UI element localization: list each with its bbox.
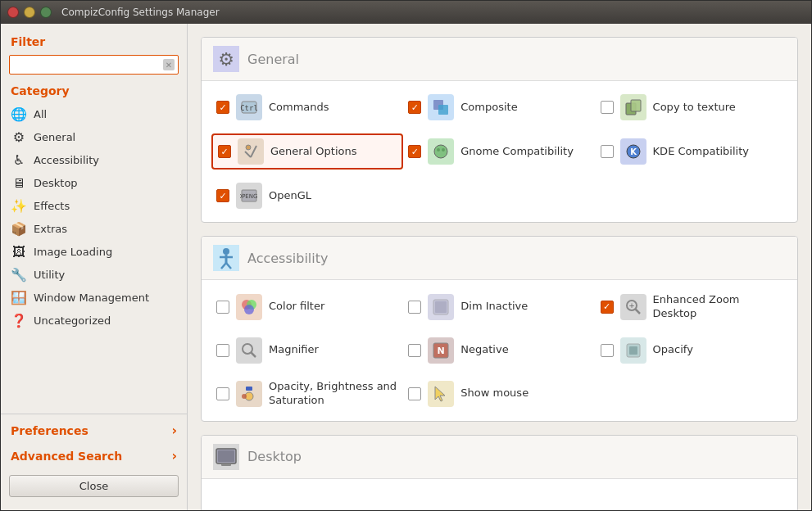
opacify-label: Opacify — [653, 343, 693, 357]
plugin-composite[interactable]: Composite — [403, 91, 595, 124]
close-window-button[interactable] — [7, 7, 19, 18]
sidebar-item-label-general: General — [34, 131, 75, 143]
accessibility-icon: ♿ — [11, 151, 27, 168]
magnifier-label: Magnifier — [269, 343, 319, 357]
svg-text:Ctrl: Ctrl — [240, 104, 258, 112]
plugin-negative[interactable]: N Negative — [403, 334, 595, 367]
plugin-show-mouse[interactable]: Show mouse — [403, 377, 595, 411]
preferences-chevron-icon: › — [171, 423, 177, 438]
opacify-icon — [620, 337, 646, 364]
plugin-copy-texture[interactable]: Copy to texture — [596, 91, 787, 124]
sidebar-item-general[interactable]: ⚙ General — [1, 125, 187, 148]
commands-label: Commands — [269, 101, 329, 115]
general-section: ⚙ General Ctrl Commands — [201, 37, 798, 223]
gnome-compat-checkbox[interactable] — [408, 145, 421, 158]
advanced-search-link[interactable]: Advanced Search › — [1, 443, 187, 468]
plugin-general-options[interactable]: General Options — [211, 133, 403, 170]
advanced-search-chevron-icon: › — [171, 448, 177, 464]
show-mouse-checkbox[interactable] — [408, 387, 421, 400]
minimize-window-button[interactable] — [24, 7, 35, 18]
sidebar-item-image-loading[interactable]: 🖼 Image Loading — [1, 240, 187, 263]
commands-icon: Ctrl — [236, 94, 262, 120]
plugin-commands[interactable]: Ctrl Commands — [211, 91, 403, 124]
opengl-label: OpenGL — [269, 189, 311, 203]
color-filter-label: Color filter — [269, 300, 324, 314]
sidebar-item-label-uncategorized: Uncategorized — [34, 314, 111, 327]
general-section-icon: ⚙ — [213, 46, 239, 72]
desktop-section-items — [202, 479, 797, 510]
sidebar-item-label-desktop: Desktop — [34, 177, 78, 189]
sidebar-item-window-management[interactable]: 🪟 Window Management — [1, 286, 187, 309]
plugin-gnome-compat[interactable]: Gnome Compatibility — [403, 133, 595, 170]
accessibility-section-items: Color filter Dim Inactive + — [202, 280, 797, 421]
svg-line-19 — [221, 263, 226, 269]
svg-text:K: K — [630, 147, 637, 156]
sidebar-item-accessibility[interactable]: ♿ Accessibility — [1, 148, 187, 171]
opacify-checkbox[interactable] — [601, 344, 614, 357]
composite-icon — [428, 94, 454, 120]
sidebar-item-label-effects: Effects — [34, 200, 70, 212]
dim-inactive-checkbox[interactable] — [408, 301, 421, 314]
general-options-label: General Options — [270, 145, 357, 159]
plugin-dim-inactive[interactable]: Dim Inactive — [403, 290, 595, 324]
general-section-items: Ctrl Commands Composite — [202, 81, 797, 222]
plugin-magnifier[interactable]: Magnifier — [211, 334, 403, 367]
sidebar-item-all[interactable]: 🌐 All — [1, 102, 187, 125]
svg-rect-36 — [246, 387, 252, 391]
gnome-compat-label: Gnome Compatibility — [460, 145, 574, 159]
composite-checkbox[interactable] — [408, 101, 421, 114]
kde-compat-label: KDE Compatibility — [653, 145, 749, 159]
commands-checkbox[interactable] — [216, 101, 229, 114]
sidebar-item-effects[interactable]: ✨ Effects — [1, 194, 187, 217]
kde-compat-checkbox[interactable] — [601, 145, 614, 158]
sidebar-item-utility[interactable]: 🔧 Utility — [1, 263, 187, 286]
sidebar-item-label-image-loading: Image Loading — [34, 246, 112, 258]
negative-checkbox[interactable] — [408, 344, 421, 357]
close-button[interactable]: Close — [9, 475, 179, 497]
negative-icon: N — [428, 337, 454, 364]
svg-text:N: N — [438, 346, 445, 356]
color-filter-checkbox[interactable] — [216, 301, 229, 314]
desktop-section-title: Desktop — [247, 449, 302, 464]
svg-line-20 — [226, 263, 231, 269]
svg-marker-38 — [435, 387, 445, 401]
svg-line-30 — [251, 352, 256, 357]
plugin-kde-compat[interactable]: K KDE Compatibility — [596, 133, 787, 170]
preferences-link[interactable]: Preferences › — [1, 418, 187, 443]
svg-rect-34 — [629, 346, 637, 355]
enhanced-zoom-label: Enhanced Zoom Desktop — [653, 293, 783, 321]
sidebar-item-extras[interactable]: 📦 Extras — [1, 217, 187, 240]
all-icon: 🌐 — [11, 106, 27, 122]
sidebar-item-label-accessibility: Accessibility — [34, 154, 99, 166]
dim-inactive-icon — [428, 294, 454, 320]
sidebar-bottom: Preferences › Advanced Search › Close — [1, 414, 187, 504]
magnifier-icon — [236, 337, 262, 364]
window-management-icon: 🪟 — [11, 289, 27, 305]
extras-icon: 📦 — [11, 220, 27, 237]
preferences-label: Preferences — [11, 424, 88, 437]
sidebar-item-label-window-management: Window Management — [34, 292, 149, 304]
svg-line-6 — [245, 151, 251, 157]
plugin-opengl[interactable]: OPENGL OpenGL — [211, 179, 403, 212]
magnifier-checkbox[interactable] — [216, 344, 229, 357]
window-title: CompizConfig Settings Manager — [61, 7, 220, 18]
filter-clear-button[interactable]: ✕ — [163, 59, 175, 70]
plugin-color-filter[interactable]: Color filter — [211, 290, 403, 324]
opacity-brightness-checkbox[interactable] — [216, 387, 229, 400]
sidebar-item-label-utility: Utility — [34, 269, 65, 281]
plugin-enhanced-zoom[interactable]: + Enhanced Zoom Desktop — [596, 290, 787, 324]
advanced-search-label: Advanced Search — [11, 450, 122, 463]
enhanced-zoom-checkbox[interactable] — [601, 301, 614, 314]
opengl-checkbox[interactable] — [216, 189, 229, 202]
sidebar-item-uncategorized[interactable]: ❓ Uncategorized — [1, 309, 187, 332]
filter-input[interactable] — [13, 59, 163, 71]
maximize-window-button[interactable] — [40, 7, 52, 18]
enhanced-zoom-icon: + — [620, 294, 646, 320]
general-options-checkbox[interactable] — [218, 145, 231, 158]
filter-section-title: Filter — [1, 30, 187, 52]
plugin-opacity-brightness[interactable]: Opacity, Brightness and Saturation — [211, 377, 403, 411]
sidebar-item-desktop[interactable]: 🖥 Desktop — [1, 171, 187, 194]
copy-texture-checkbox[interactable] — [601, 101, 614, 114]
svg-text:+: + — [628, 301, 635, 310]
plugin-opacify[interactable]: Opacify — [596, 334, 787, 367]
